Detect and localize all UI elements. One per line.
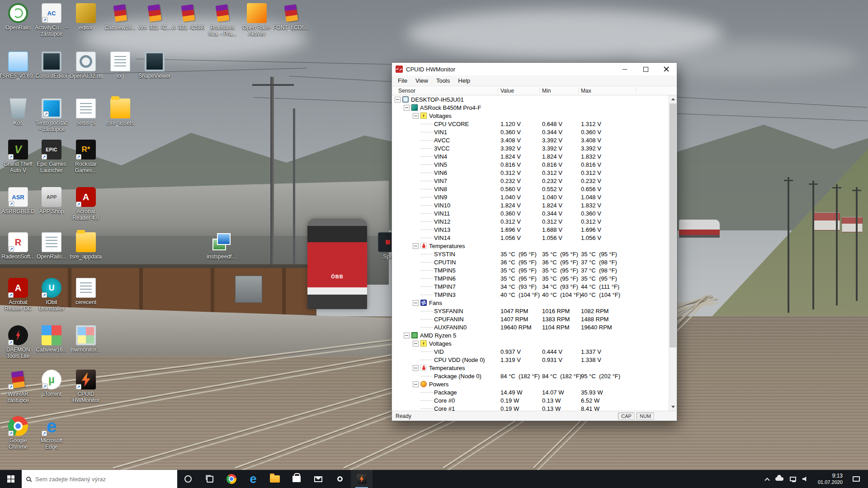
sensor-row-cpu-vdd-node-0[interactable]: CPU VDD (Node 0)1.319 V0.931 V1.338 V	[392, 356, 669, 364]
desktop-icon-acrobat-reader-4-0[interactable]: AAcrobat Reader 4.0	[69, 187, 103, 221]
sensor-row-vid[interactable]: VID0.937 V0.444 V1.337 V	[392, 347, 669, 356]
scroll-down-arrow[interactable]	[669, 403, 677, 411]
desktop-icon-daemon-tools-lite[interactable]: DAEMON Tools Lite	[1, 325, 35, 359]
sensor-row-systin[interactable]: SYSTIN35 °C (95 °F)35 °C (95 °F)35 °C (9…	[392, 250, 669, 258]
tree-expand-toggle[interactable]	[413, 243, 419, 249]
vertical-scrollbar[interactable]	[669, 95, 677, 411]
sensor-row-vin7[interactable]: VIN70.232 V0.232 V0.232 V	[392, 177, 669, 185]
tree-expand-toggle[interactable]	[413, 341, 419, 347]
column-header-min[interactable]: Min	[542, 88, 551, 94]
menu-view[interactable]: View	[411, 76, 432, 85]
sensor-row-vin9[interactable]: VIN91.040 V1.040 V1.048 V	[392, 193, 669, 201]
desktop-icon-settings[interactable]: settings	[69, 99, 103, 126]
desktop-icon-vl-321-c580[interactable]: vl_321_[C580	[171, 3, 205, 31]
menu-file[interactable]: File	[394, 76, 411, 85]
sensor-row-vin8[interactable]: VIN80.560 V0.552 V0.656 V	[392, 185, 669, 193]
tree-expand-toggle[interactable]	[413, 365, 419, 371]
desktop-icon-acrobat-reader-dc[interactable]: AAcrobat Reader DC	[1, 278, 35, 312]
sensor-row-sysfanin[interactable]: SYSFANIN1047 RPM1016 RPM1082 RPM	[392, 307, 669, 315]
desktop-icon-shapeviewer[interactable]: ShapeViewer	[137, 52, 172, 79]
sensor-row-tmpin6[interactable]: TMPIN635 °C (95 °F)35 °C (95 °F)35 °C (9…	[392, 274, 669, 282]
sensor-row-cpu-vcore[interactable]: CPU VCORE1.120 V0.648 V1.312 V	[392, 120, 669, 128]
sensor-row-core-0[interactable]: Core #00.19 W0.13 W6.52 W	[392, 396, 669, 404]
desktop-icon-grand-theft-auto-v[interactable]: VGrand Theft Auto V	[1, 140, 35, 174]
desktop-icon-openrails[interactable]: OpenRails	[1, 3, 35, 31]
tray-network-button[interactable]	[790, 477, 796, 481]
taskbar-app-explorer[interactable]	[264, 470, 286, 488]
taskbar-app-mail[interactable]	[307, 470, 329, 488]
sensor-row-package[interactable]: Package14.49 W14.07 W35.93 W	[392, 388, 669, 396]
desktop-icon-ko[interactable]: Koš	[1, 99, 35, 126]
tray-volume-button[interactable]	[802, 476, 809, 482]
sensor-row-tmpin5[interactable]: TMPIN535 °C (95 °F)35 °C (95 °F)37 °C (9…	[392, 266, 669, 274]
sensor-row-avcc[interactable]: AVCC3.408 V3.392 V3.408 V	[392, 136, 669, 144]
taskbar-app-chrome[interactable]	[221, 470, 242, 488]
desktop-icon-microsoft-edge[interactable]: eMicrosoft Edge	[34, 416, 69, 450]
sensor-row-vin10[interactable]: VIN101.824 V1.824 V1.832 V	[392, 201, 669, 209]
sensor-row-temperatures[interactable]: Temperatures	[392, 242, 669, 250]
desktop-icon-tsre-assets[interactable]: tsre_assets	[103, 99, 137, 126]
taskbar-app-edge[interactable]: e	[242, 470, 264, 488]
tree-expand-toggle[interactable]	[413, 381, 419, 387]
sensor-row-vin1[interactable]: VIN10.360 V0.344 V0.360 V	[392, 128, 669, 136]
desktop-icon-app-shop[interactable]: APPAPP Shop	[34, 187, 69, 215]
sensor-row-temperatures[interactable]: Temperatures	[392, 364, 669, 372]
desktop-icon-radeonsoft[interactable]: RRadeonSoft...	[1, 232, 35, 260]
desktop-icon-openrails[interactable]: OpenRails...	[34, 232, 69, 260]
sensor-row-vin5[interactable]: VIN50.816 V0.816 V0.816 V	[392, 160, 669, 169]
sensor-row-voltages[interactable]: Voltages	[392, 112, 669, 120]
desktop-icon-tsre5-v0-69[interactable]: TSRE5_v0.69...	[1, 52, 35, 79]
column-header-max[interactable]: Max	[581, 88, 591, 94]
desktop-icon-rockstar-games[interactable]: R*Rockstar Games...	[69, 140, 103, 174]
sensor-row-fans[interactable]: Fans	[392, 299, 669, 307]
tree-expand-toggle[interactable]	[413, 300, 419, 306]
sensor-row-tmpin7[interactable]: TMPIN734 °C (93 °F)34 °C (93 °F)44 °C (1…	[392, 282, 669, 291]
desktop-icon-google-chrome[interactable]: Google Chrome	[1, 416, 35, 450]
menu-help[interactable]: Help	[454, 76, 474, 85]
desktop-icon-open-rails-aktivity[interactable]: Open Rails-Aktivity	[240, 3, 274, 37]
window-titlebar[interactable]: CPUID HWMonitor	[392, 63, 677, 75]
start-button[interactable]	[0, 470, 22, 488]
sensor-row-asrock-b450m-pro4-f[interactable]: ASRock B450M Pro4-F	[392, 103, 669, 112]
sensor-row-vin13[interactable]: VIN131.696 V1.688 V1.696 V	[392, 225, 669, 234]
desktop-icon-tento-po-ta-z-stupce[interactable]: Tento počítač – zástupce	[34, 99, 69, 132]
desktop-icon-vlm-321-c[interactable]: vlm_321_[C...	[137, 3, 172, 31]
sensor-row-vin12[interactable]: VIN120.312 V0.312 V0.312 V	[392, 217, 669, 225]
desktop-icon-epic-games-launcher[interactable]: EPICEpic Games Launcher	[34, 140, 69, 174]
sensor-row-tmpin3[interactable]: TMPIN340 °C (104 °F)40 °C (104 °F)40 °C …	[392, 291, 669, 299]
tree-expand-toggle[interactable]	[395, 97, 401, 103]
sensor-row-powers[interactable]: Powers	[392, 380, 669, 388]
tray-chevron-button[interactable]	[765, 477, 769, 481]
taskbar-clock[interactable]: 9:13 01.07.2020	[813, 473, 847, 485]
sensor-row-vin11[interactable]: VIN110.360 V0.344 V0.360 V	[392, 209, 669, 217]
desktop-icon-hwmonitor[interactable]: hwmonitor...	[69, 325, 103, 353]
column-header-sensor[interactable]: Sensor	[398, 88, 415, 94]
desktop-icon-tsre-appdata[interactable]: tsre_appdata	[69, 232, 103, 260]
sensor-row-cputin[interactable]: CPUTIN36 °C (95 °F)36 °C (95 °F)37 °C (9…	[392, 258, 669, 266]
sensor-row-vin6[interactable]: VIN60.312 V0.312 V0.312 V	[392, 169, 669, 177]
sensor-row-3vcc[interactable]: 3VCC3.392 V3.392 V3.392 V	[392, 144, 669, 152]
tray-cloud-button[interactable]	[775, 477, 783, 481]
sensor-row-package-node-0[interactable]: Package (Node 0)84 °C (182 °F)84 °C (182…	[392, 372, 669, 380]
tree-expand-toggle[interactable]	[404, 333, 410, 338]
desktop-icon-bratislava-hl-a-pra[interactable]: Bratislava hl.a. - Pra...	[205, 3, 240, 37]
sensor-row-cpufanin[interactable]: CPUFANIN1407 RPM1383 RPM1488 RPM	[392, 315, 669, 323]
desktop-icon-activityco-z-stupce[interactable]: ACActivityCo... – zástupce	[34, 3, 69, 37]
desktop-icon-asrrgbled[interactable]: ASRASRRGBLED	[1, 187, 35, 215]
taskbar-app-settings[interactable]	[329, 470, 351, 488]
sensor-row-desktop-ih5ju01[interactable]: DESKTOP-IH5JU01	[392, 95, 669, 103]
taskbar-app-store[interactable]	[286, 470, 307, 488]
desktop-icon-cpuid-hwmonitor[interactable]: CPUID HWMonitor	[69, 370, 103, 404]
desktop-icon-cerecent[interactable]: cerecent	[69, 278, 103, 305]
desktop-icon-editor[interactable]: editor	[69, 3, 103, 31]
desktop-icon-font-lcd5[interactable]: FONT_LCD5...	[274, 3, 308, 31]
scroll-thumb[interactable]	[670, 103, 676, 347]
scroll-up-arrow[interactable]	[669, 95, 677, 103]
tree-expand-toggle[interactable]	[404, 105, 410, 111]
desktop-icon-torrent[interactable]: µµTorrent	[34, 370, 69, 397]
sensor-row-core-1[interactable]: Core #10.19 W0.13 W8.41 W	[392, 404, 669, 411]
desktop-icon-winrar-z-stupce[interactable]: WinRAR zástupce	[1, 370, 35, 404]
sensor-row-amd-ryzen-5[interactable]: AMD Ryzen 5	[392, 331, 669, 339]
desktop-icon-iobit-uninstaller[interactable]: UIObit Uninstaller	[34, 278, 69, 312]
desktop-icon-instspeedf[interactable]: instspeedf...	[204, 232, 239, 260]
